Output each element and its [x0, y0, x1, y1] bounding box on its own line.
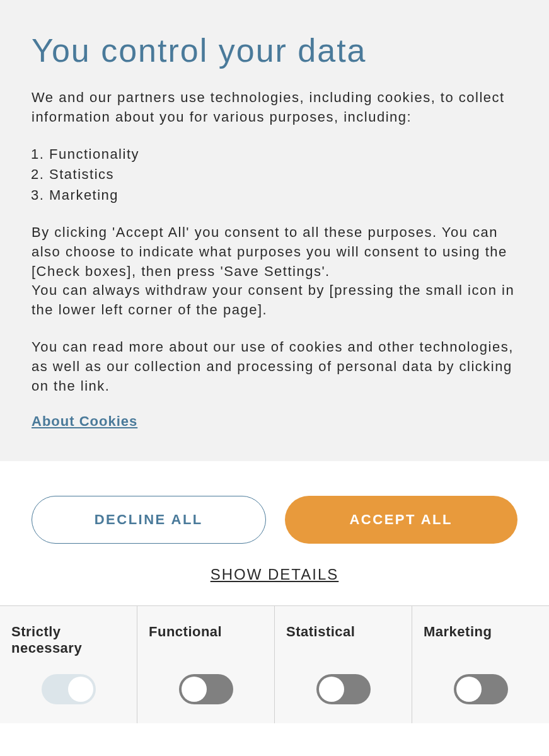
category-functional: Functional [137, 606, 275, 723]
toggle-knob-icon [182, 677, 207, 702]
category-strictly-necessary: Strictly necessary [0, 606, 137, 723]
toggle-knob-icon [68, 677, 93, 702]
purpose-item: Marketing [49, 186, 517, 205]
purpose-item: Functionality [49, 145, 517, 164]
toggle-knob-icon [456, 677, 482, 702]
category-label: Marketing [424, 624, 492, 660]
consent-actions-section: DECLINE ALL ACCEPT ALL SHOW DETAILS [0, 461, 549, 605]
category-marketing: Marketing [412, 606, 549, 723]
consent-body: We and our partners use technologies, in… [32, 88, 517, 396]
button-row: DECLINE ALL ACCEPT ALL [32, 496, 517, 544]
consent-title: You control your data [32, 32, 517, 69]
show-details-button[interactable]: SHOW DETAILS [32, 566, 517, 583]
category-label: Strictly necessary [11, 624, 125, 660]
category-label: Statistical [286, 624, 355, 660]
about-cookies-link[interactable]: About Cookies [32, 413, 137, 430]
category-label: Functional [149, 624, 222, 660]
toggle-statistical[interactable] [316, 674, 371, 704]
accept-all-button[interactable]: ACCEPT ALL [285, 496, 518, 544]
toggle-strictly-necessary [42, 674, 96, 704]
consent-header-section: You control your data We and our partner… [0, 0, 549, 461]
toggle-functional[interactable] [179, 674, 233, 704]
intro-text: We and our partners use technologies, in… [32, 88, 517, 127]
consent-paragraph: By clicking 'Accept All' you consent to … [32, 223, 517, 320]
consent-categories: Strictly necessary Functional Statistica… [0, 605, 549, 723]
toggle-marketing[interactable] [454, 674, 508, 704]
more-info-text: You can read more about our use of cooki… [32, 338, 517, 396]
category-statistical: Statistical [275, 606, 412, 723]
toggle-knob-icon [319, 677, 344, 702]
purpose-item: Statistics [49, 165, 517, 185]
purposes-list: Functionality Statistics Marketing [32, 145, 517, 205]
decline-all-button[interactable]: DECLINE ALL [32, 496, 266, 544]
